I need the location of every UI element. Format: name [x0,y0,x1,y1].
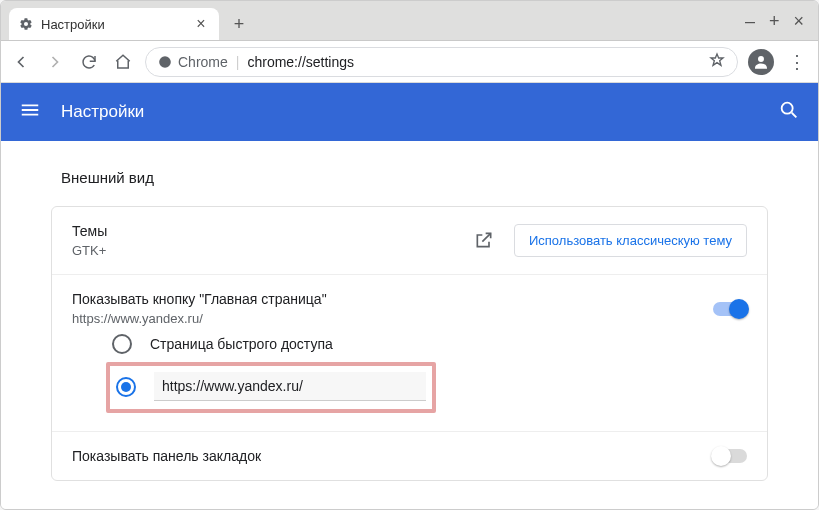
use-classic-theme-button[interactable]: Использовать классическую тему [514,224,747,257]
radio-custom[interactable] [116,377,136,397]
gear-icon [19,17,33,31]
themes-label: Темы [72,223,474,239]
radio-ntp[interactable] [112,334,132,354]
close-window-icon[interactable]: × [793,11,804,32]
omnibox-separator: | [236,54,240,70]
profile-avatar-icon[interactable] [748,49,774,75]
appearance-card: Темы GTK+ Использовать классическую тему… [51,206,768,481]
window-controls: – + × [745,11,810,40]
bookmarks-bar-row: Показывать панель закладок [52,432,767,480]
svg-point-2 [782,103,793,114]
minimize-icon[interactable]: – [745,11,755,32]
browser-toolbar: Chrome | chrome://settings ⋮ [1,41,818,83]
home-button-label: Показывать кнопку "Главная страница" [72,291,713,307]
radio-custom-row[interactable] [106,362,436,413]
home-button-sub: https://www.yandex.ru/ [72,311,713,326]
omnibox-app: Chrome [178,54,228,70]
site-info-icon[interactable]: Chrome [158,54,228,70]
radio-ntp-label: Страница быстрого доступа [150,336,333,352]
reload-button[interactable] [77,50,101,74]
bookmark-star-icon[interactable] [709,52,725,71]
themes-row: Темы GTK+ Использовать классическую тему [52,207,767,275]
window-titlebar: Настройки × + – + × [1,1,818,41]
settings-title: Настройки [61,102,144,122]
hamburger-menu-icon[interactable] [19,99,43,125]
browser-tab[interactable]: Настройки × [9,8,219,40]
forward-button[interactable] [43,50,67,74]
tab-title: Настройки [41,17,185,32]
settings-header: Настройки [1,83,818,141]
appearance-section-title: Внешний вид [61,169,758,186]
settings-scroll-area[interactable]: Внешний вид Темы GTK+ Использовать класс… [1,141,818,510]
custom-homepage-input[interactable] [154,372,426,401]
home-button-row: Показывать кнопку "Главная страница" htt… [52,275,767,432]
home-button-radio-group: Страница быстрого доступа [72,326,747,431]
home-button[interactable] [111,50,135,74]
svg-point-1 [758,56,764,62]
themes-sub: GTK+ [72,243,474,258]
svg-point-0 [159,56,171,68]
home-button-toggle[interactable] [713,302,747,316]
bookmarks-bar-label: Показывать панель закладок [72,448,713,464]
new-tab-button[interactable]: + [225,10,253,38]
search-icon[interactable] [778,99,800,125]
maximize-icon[interactable]: + [769,11,780,32]
settings-content: Внешний вид Темы GTK+ Использовать класс… [1,141,818,510]
kebab-menu-icon[interactable]: ⋮ [784,51,810,73]
omnibox-url: chrome://settings [247,54,354,70]
bookmarks-bar-toggle[interactable] [713,449,747,463]
address-bar[interactable]: Chrome | chrome://settings [145,47,738,77]
radio-ntp-row[interactable]: Страница быстрого доступа [112,326,747,362]
back-button[interactable] [9,50,33,74]
open-in-new-icon[interactable] [474,230,496,252]
close-tab-icon[interactable]: × [193,16,209,32]
